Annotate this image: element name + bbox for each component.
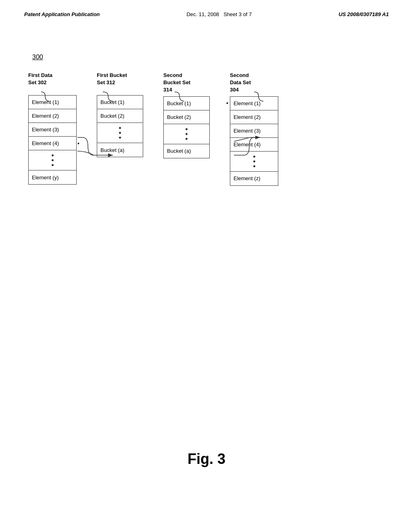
columns-container: First DataSet 302 Element (1) Element (2… bbox=[28, 72, 278, 186]
dot bbox=[253, 160, 255, 162]
dot bbox=[186, 138, 188, 140]
sds-last-cell: Element (z) bbox=[230, 172, 278, 185]
sbs-cell-1: Bucket (1) bbox=[164, 97, 209, 110]
dot bbox=[186, 133, 188, 135]
first-data-set-header: First DataSet 302 bbox=[28, 72, 77, 93]
dot bbox=[253, 156, 255, 158]
fds-dots bbox=[29, 150, 76, 170]
fds-last-cell: Element (y) bbox=[29, 170, 76, 184]
header-patent-number: US 2008/0307189 A1 bbox=[338, 11, 389, 17]
second-data-set-group: SecondData Set304 • Element (1) Element … bbox=[230, 72, 278, 186]
sds-dots bbox=[230, 152, 278, 172]
header-date: Dec. 11, 2008 bbox=[186, 11, 219, 17]
fds-cell-4: Element (4)• bbox=[29, 137, 76, 150]
second-bucket-set-box: Bucket (1) Bucket (2) Bucket (a) bbox=[163, 96, 210, 158]
header-sheet: Sheet 3 of 7 bbox=[223, 11, 252, 17]
fds-cell-1: Element (1) bbox=[29, 96, 76, 109]
first-bucket-set-group: First BucketSet 312 Bucket (1) Bucket (2… bbox=[97, 72, 143, 157]
first-bucket-set-header: First BucketSet 312 bbox=[97, 72, 143, 93]
second-data-set-header: SecondData Set304 bbox=[230, 72, 278, 94]
diagram-label: 300 bbox=[32, 54, 43, 61]
dot bbox=[52, 164, 54, 166]
page-header: Patent Application Publication Dec. 11, … bbox=[0, 0, 413, 17]
fig-label: Fig. 3 bbox=[188, 451, 225, 468]
sds-cell-4: Element (4) bbox=[230, 138, 278, 152]
header-date-sheet: Dec. 11, 2008 Sheet 3 of 7 bbox=[186, 11, 252, 17]
fbs-cell-1: Bucket (1) bbox=[97, 96, 143, 109]
dot bbox=[52, 154, 54, 156]
first-data-set-box: Element (1) Element (2) Element (3) Elem… bbox=[28, 95, 77, 185]
dot bbox=[253, 165, 255, 167]
fbs-cell-2: Bucket (2) bbox=[97, 109, 143, 123]
sds-cell-1: • Element (1) bbox=[230, 97, 278, 110]
sbs-last-cell: Bucket (a) bbox=[164, 144, 209, 158]
sbs-dots bbox=[164, 124, 209, 144]
first-data-set-group: First DataSet 302 Element (1) Element (2… bbox=[28, 72, 77, 185]
sbs-cell-2: Bucket (2) bbox=[164, 110, 209, 124]
sds-cell-3: Element (3) bbox=[230, 124, 278, 138]
fbs-dots bbox=[97, 123, 143, 143]
first-bucket-set-box: Bucket (1) Bucket (2) Bucket (a) bbox=[97, 95, 143, 157]
dot bbox=[119, 137, 121, 139]
header-publication-type: Patent Application Publication bbox=[24, 11, 100, 17]
second-data-set-box: • Element (1) Element (2) Element (3) El… bbox=[230, 96, 278, 186]
fds-cell-2: Element (2) bbox=[29, 109, 76, 123]
fds-cell-3: Element (3) bbox=[29, 123, 76, 137]
second-bucket-set-header: SecondBucket Set314 bbox=[163, 72, 210, 94]
second-bucket-set-group: SecondBucket Set314 Bucket (1) Bucket (2… bbox=[163, 72, 210, 158]
dot bbox=[119, 132, 121, 134]
fbs-last-cell: Bucket (a) bbox=[97, 143, 143, 157]
dot bbox=[52, 159, 54, 161]
dot bbox=[119, 127, 121, 129]
sds-cell-2: Element (2) bbox=[230, 110, 278, 124]
dot bbox=[186, 128, 188, 130]
diagram-area: 300 First DataSet 302 Element (1) Elemen… bbox=[24, 50, 379, 332]
